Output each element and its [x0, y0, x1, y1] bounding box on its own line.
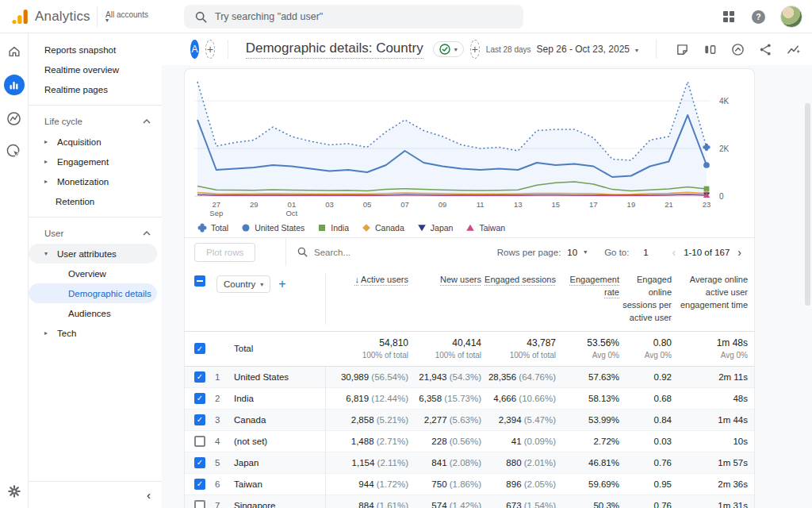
previous-page-icon[interactable]: ‹: [670, 246, 677, 259]
explore-icon[interactable]: [5, 110, 23, 128]
chevron-expanded-icon: ▾: [44, 250, 57, 257]
metric-cell: 0.95: [621, 479, 673, 489]
user-avatar[interactable]: [780, 6, 802, 28]
row-checkbox[interactable]: ✓: [194, 479, 205, 490]
table-row-canada: ✓3Canada2,858 (5.21%)2,277 (5.63%)2,394 …: [185, 410, 754, 431]
sidebar-item-engagement[interactable]: ▸Engagement: [29, 152, 162, 171]
column-header-active-users[interactable]: ↓Active users: [355, 275, 408, 284]
x-axis-tick: 03: [325, 200, 334, 209]
sidebar-section-life-cycle[interactable]: Life cycle: [29, 111, 162, 132]
row-checkbox[interactable]: ✓: [194, 414, 205, 425]
row-checkbox[interactable]: [194, 436, 205, 447]
x-axis-tick: 29: [250, 200, 259, 209]
metric-cell: 2.72%: [557, 437, 621, 446]
notes-icon[interactable]: [674, 41, 691, 58]
metric-cell: 1,488 (2.71%): [326, 437, 410, 446]
table-row-not-set: 4(not set)1,488 (2.71%)228 (0.56%)41 (0.…: [185, 431, 754, 452]
metric-cell: 0.76: [621, 458, 673, 468]
table-row-taiwan: ✓6Taiwan944 (1.72%)750 (1.86%)896 (2.05%…: [185, 474, 754, 495]
row-checkbox[interactable]: ✓: [194, 393, 205, 404]
rows-per-page-label: Rows per page:: [497, 248, 561, 257]
vertical-scrollbar[interactable]: [805, 103, 810, 306]
sidebar-item-realtime-pages[interactable]: Realtime pages: [29, 79, 162, 99]
property-avatar[interactable]: A: [190, 40, 199, 59]
sidebar-item-monetization[interactable]: ▸Monetization: [29, 171, 162, 191]
apps-grid-icon[interactable]: [721, 9, 737, 25]
y-axis-tick: 2K: [719, 144, 730, 153]
legend-item-united-states[interactable]: United States: [241, 223, 304, 233]
sidebar-section-user[interactable]: User: [29, 223, 162, 244]
collapse-sidenav-button[interactable]: ‹: [147, 488, 151, 502]
sidebar-item-audiences[interactable]: Audiences: [29, 303, 162, 323]
goto-page-input[interactable]: [635, 248, 656, 257]
advertising-icon[interactable]: [5, 142, 23, 160]
legend-item-canada[interactable]: Canada: [362, 223, 404, 233]
report-title[interactable]: Demographic details: Country: [246, 40, 423, 59]
comparison-icon[interactable]: [702, 41, 718, 58]
add-comparison-button[interactable]: +: [205, 40, 215, 59]
total-subvalue: 100% of total: [483, 351, 556, 360]
column-header-engagement-rate[interactable]: Engagement rate: [570, 275, 619, 297]
plot-rows-button[interactable]: Plot rows: [194, 243, 255, 262]
chart-legend: TotalUnited StatesIndiaCanadaJapanTaiwan: [194, 220, 745, 237]
sidebar-item-realtime-overview[interactable]: Realtime overview: [29, 60, 162, 79]
x-axis-tick: 05: [363, 200, 372, 209]
sidebar-item-acquisition[interactable]: ▸Acquisition: [29, 132, 162, 152]
rows-per-page-select[interactable]: 10: [567, 248, 577, 257]
country-name: Singapore: [234, 501, 324, 508]
clover-marker: [198, 224, 207, 233]
sidebar-item-user-attributes[interactable]: ▾User attributes: [29, 244, 157, 264]
reset-icon[interactable]: [730, 41, 746, 58]
table-controls: Plot rows Rows per page: 10 ▾ Go to:: [185, 237, 754, 266]
table-row-singapore: 7Singapore884 (1.61%)574 (1.42%)673 (1.5…: [185, 495, 754, 508]
total-subvalue: 100% of total: [326, 351, 408, 360]
y-axis-tick: 4K: [719, 97, 730, 106]
circle-icon: [241, 223, 251, 233]
row-rank: 1: [215, 372, 234, 382]
global-search-input[interactable]: Try searching "add user": [184, 5, 523, 29]
row-rank: 3: [215, 415, 234, 425]
home-icon[interactable]: [6, 43, 23, 60]
report-status-badge[interactable]: ▾: [433, 41, 464, 57]
insights-icon[interactable]: [785, 41, 802, 58]
share-icon[interactable]: [757, 41, 774, 58]
row-checkbox[interactable]: ✓: [194, 457, 205, 468]
admin-gear-icon[interactable]: [6, 483, 23, 500]
sidebar-item-reports-snapshot[interactable]: Reports snapshot: [29, 40, 162, 60]
legend-item-india[interactable]: India: [317, 223, 349, 233]
sidebar-item-demographic-details[interactable]: Demographic details: [29, 283, 157, 303]
account-switcher[interactable]: All accounts ▾: [98, 10, 174, 22]
table-row-united-states: ✓1United States30,989 (56.54%)21,943 (54…: [185, 367, 754, 388]
chevron-collapsed-icon: ▸: [44, 329, 57, 337]
legend-item-taiwan[interactable]: Taiwan: [465, 223, 505, 233]
next-page-icon[interactable]: ›: [736, 246, 743, 259]
dimension-dropdown[interactable]: Country ▾: [216, 275, 270, 293]
row-checkbox[interactable]: ✓: [194, 371, 205, 383]
metric-cell: 58.13%: [557, 394, 621, 403]
reports-icon[interactable]: [4, 75, 25, 95]
country-name: (not set): [234, 437, 324, 446]
sidebar-item-tech[interactable]: ▸Tech: [29, 323, 162, 343]
chevron-down-icon[interactable]: ▾: [584, 248, 587, 256]
column-header-engaged-sessions[interactable]: Engaged sessions: [485, 275, 556, 284]
add-report-tab-button[interactable]: +: [470, 40, 480, 59]
legend-item-total[interactable]: Total: [197, 223, 228, 233]
total-subvalue: Avg 0%: [557, 351, 619, 360]
top-app-bar: Analytics All accounts ▾ Try searching "…: [0, 0, 812, 33]
sidebar-item-retention[interactable]: Retention: [29, 191, 162, 211]
help-icon[interactable]: ?: [749, 8, 768, 26]
total-row-checkbox[interactable]: ✓: [194, 343, 205, 354]
report-canvas: 02K4K27Sep2901Oct0305070911131517192123 …: [162, 65, 812, 508]
date-range-picker[interactable]: Last 28 days Sep 26 - Oct 23, 2025 ▾: [486, 44, 638, 55]
column-header-new-users[interactable]: New users: [440, 275, 481, 284]
legend-item-japan[interactable]: Japan: [417, 223, 454, 233]
metric-cell: 46.81%: [557, 458, 621, 468]
table-search-input[interactable]: [314, 248, 417, 257]
table-header-row: Country ▾ + ↓Active usersNew usersEngage…: [185, 266, 754, 332]
select-all-checkbox[interactable]: [194, 275, 205, 287]
row-checkbox[interactable]: [194, 500, 205, 508]
sidebar-item-overview[interactable]: Overview: [29, 264, 162, 283]
add-dimension-button[interactable]: +: [278, 277, 285, 291]
line-chart-svg[interactable]: 02K4K27Sep2901Oct0305070911131517192123: [194, 77, 745, 220]
search-placeholder: Try searching "add user": [215, 11, 323, 22]
